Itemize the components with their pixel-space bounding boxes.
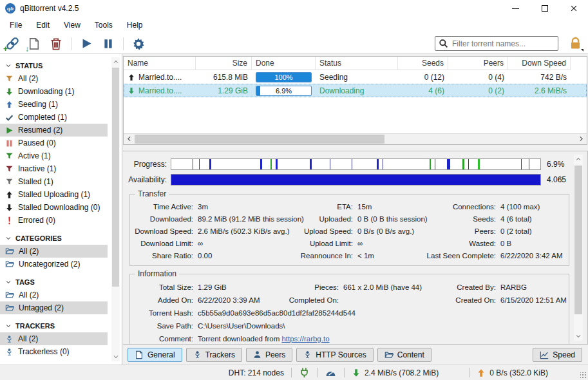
- tab-trackers[interactable]: Trackers: [186, 348, 242, 362]
- menu-tools[interactable]: Tools: [88, 18, 120, 32]
- tab-http-sources[interactable]: HTTP Sources: [296, 348, 373, 362]
- title-bar: qb qBittorrent v4.2.5: [0, 0, 588, 17]
- wasted-value: 0 B: [496, 238, 565, 250]
- pause-button[interactable]: [101, 37, 115, 51]
- upload-arrow-icon: [477, 368, 486, 377]
- sidebar-item-downloading[interactable]: Downloading (1): [0, 85, 108, 98]
- download-limit-value: ∞: [193, 238, 294, 250]
- sidebar-item-stalled[interactable]: Stalled (1): [0, 175, 108, 188]
- seeds-value: 4 (6 total): [496, 213, 565, 225]
- sidebar-item-all-tags[interactable]: All (2): [0, 289, 108, 301]
- column-header-down-speed[interactable]: Down Speed: [508, 57, 571, 70]
- details-scrollbar[interactable]: [574, 155, 583, 341]
- download-arrow-icon: [352, 368, 361, 377]
- pieces-value: 661 x 2.0 MiB (have 44): [339, 281, 444, 294]
- folder-icon: [5, 247, 14, 256]
- chevron-down-icon: [5, 279, 12, 285]
- add-file-icon: [28, 37, 41, 50]
- tab-general[interactable]: General: [128, 348, 182, 362]
- funnel-icon: [5, 165, 14, 173]
- scroll-down-icon[interactable]: [111, 352, 120, 361]
- torrent-row-selected[interactable]: Married.to.... 1.29 GiB 6.9% Downloading…: [124, 84, 587, 97]
- sidebar-item-trackerless[interactable]: Trackerless (0): [0, 345, 108, 358]
- qbittorrent-window: qb qBittorrent v4.2.5 File Edit View Too…: [0, 0, 588, 380]
- dht-nodes: DHT: 214 nodes: [229, 368, 284, 377]
- alt-speed-gauge-icon[interactable]: [325, 368, 337, 378]
- comment-link[interactable]: https://rarbg.to: [281, 335, 329, 343]
- http-sources-icon: [303, 350, 312, 359]
- upload-limit-value: ∞: [353, 238, 420, 250]
- global-download-speed[interactable]: 2.4 MiB/s (708.2 MiB): [352, 368, 439, 377]
- add-torrent-link-button[interactable]: +: [5, 37, 19, 51]
- menu-help[interactable]: Help: [120, 18, 150, 32]
- created-on-value: 6/15/2020 12:51 AM: [496, 294, 567, 307]
- minimize-button[interactable]: [501, 0, 530, 17]
- chevron-down-icon: [5, 62, 12, 69]
- scrollbar-thumb[interactable]: [574, 166, 582, 315]
- gear-icon: [132, 37, 145, 50]
- column-header-peers[interactable]: Peers: [448, 57, 508, 70]
- sidebar-item-errored[interactable]: Errored (0): [0, 214, 108, 227]
- tab-peers[interactable]: Peers: [246, 348, 292, 362]
- sidebar-scrollbar[interactable]: [111, 57, 120, 361]
- global-upload-speed[interactable]: 0 B/s (352.0 KiB): [477, 368, 548, 377]
- add-torrent-file-button[interactable]: ↓: [27, 37, 41, 51]
- sidebar-item-seeding[interactable]: Seeding (1): [0, 98, 108, 111]
- column-header-seeds[interactable]: Seeds: [398, 57, 448, 70]
- sidebar-item-all-status[interactable]: All (2): [0, 72, 108, 85]
- scroll-left-icon[interactable]: [124, 134, 135, 144]
- availability-value: 4.065: [541, 175, 569, 184]
- maximize-button[interactable]: [530, 0, 559, 17]
- sidebar-item-uncategorized[interactable]: Uncategorized (2): [0, 258, 108, 271]
- sidebar-item-stalled-downloading[interactable]: Stalled Downloading (0): [0, 201, 108, 214]
- column-header-done[interactable]: Done: [252, 57, 316, 70]
- panel-splitter[interactable]: [123, 145, 588, 151]
- lock-ui-button[interactable]: [569, 36, 583, 52]
- downloaded-value: 89.2 MiB (91.2 MiB this session): [193, 213, 294, 225]
- torrent-down-speed: 2.6 MiB/s: [508, 84, 571, 97]
- scroll-up-icon[interactable]: [111, 57, 120, 66]
- sidebar-item-completed[interactable]: Completed (1): [0, 111, 108, 124]
- section-tags[interactable]: TAGS: [0, 276, 122, 289]
- sidebar-item-stalled-uploading[interactable]: Stalled Uploading (1): [0, 188, 108, 201]
- sidebar-item-inactive[interactable]: Inactive (1): [0, 162, 108, 175]
- resume-button[interactable]: [79, 37, 93, 51]
- sidebar-item-all-trackers[interactable]: All (2): [0, 332, 108, 345]
- scrollbar-thumb[interactable]: [135, 135, 384, 144]
- section-trackers[interactable]: TRACKERS: [0, 319, 122, 332]
- lock-dropdown-caret: [581, 49, 583, 52]
- section-categories[interactable]: CATEGORIES: [0, 232, 122, 245]
- sidebar-item-untagged[interactable]: Untagged (2): [0, 301, 108, 314]
- time-active-value: 3m: [193, 201, 294, 213]
- table-horizontal-scrollbar[interactable]: [124, 133, 587, 144]
- scroll-down-icon[interactable]: [574, 332, 583, 341]
- options-button[interactable]: [131, 37, 146, 51]
- delete-torrent-button[interactable]: [49, 37, 63, 51]
- resize-grip[interactable]: [580, 372, 587, 379]
- menu-view[interactable]: View: [57, 18, 88, 32]
- menu-edit[interactable]: Edit: [29, 18, 57, 32]
- column-header-status[interactable]: Status: [316, 57, 398, 70]
- torrent-row[interactable]: Married.to.... 615.8 MiB 100% Seeding 0 …: [124, 70, 587, 84]
- scrollbar-thumb[interactable]: [112, 68, 119, 287]
- menu-file[interactable]: File: [3, 18, 29, 32]
- tab-speed[interactable]: Speed: [533, 348, 582, 362]
- column-header-size[interactable]: Size: [196, 57, 252, 70]
- folder-icon: [5, 260, 14, 269]
- sidebar-item-paused[interactable]: Paused (0): [0, 137, 108, 149]
- availability-fill: [171, 175, 540, 185]
- pause-icon: [102, 38, 114, 50]
- sidebar-item-all-categories[interactable]: All (2): [0, 245, 108, 258]
- chevron-down-icon: [5, 323, 12, 329]
- sidebar-item-resumed[interactable]: Resumed (2): [0, 124, 108, 137]
- tab-content[interactable]: Content: [377, 348, 432, 362]
- section-status[interactable]: STATUS: [0, 59, 122, 72]
- filter-torrents-input[interactable]: [435, 36, 558, 51]
- column-header-name[interactable]: Name: [124, 57, 196, 70]
- scroll-up-icon[interactable]: [574, 155, 583, 164]
- progress-stripes: [171, 159, 540, 169]
- scroll-right-icon[interactable]: [576, 134, 587, 144]
- search-icon: [439, 39, 448, 48]
- sidebar-item-active[interactable]: Active (1): [0, 149, 108, 162]
- close-button[interactable]: [559, 0, 588, 17]
